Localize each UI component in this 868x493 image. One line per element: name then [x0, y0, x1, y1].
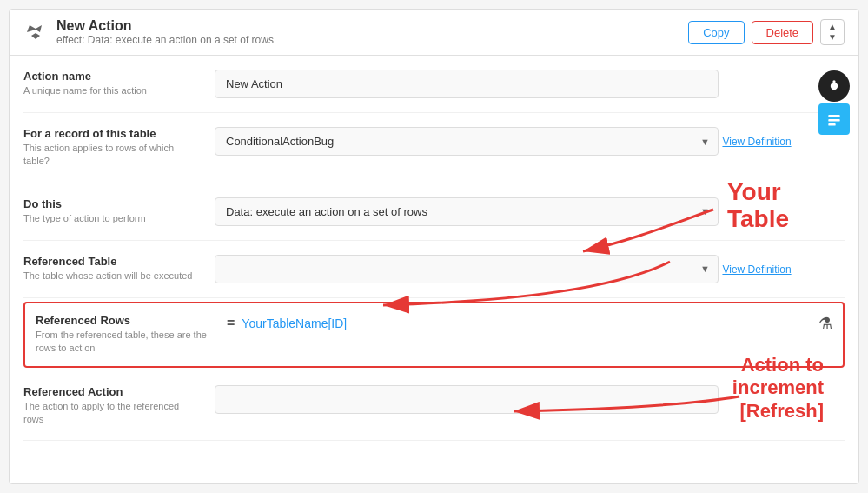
referenced-table-view-def-link[interactable]: View Definition — [722, 263, 791, 276]
referenced-action-row: Referenced Action The action to apply to… — [23, 371, 845, 442]
black-circle-icon — [818, 70, 850, 102]
delete-button[interactable]: Delete — [752, 21, 814, 44]
action-name-input-col — [215, 70, 845, 98]
do-this-select-wrapper: Data: execute an action on a set of rows… — [215, 197, 719, 226]
referenced-action-label-col: Referenced Action The action to apply to… — [23, 385, 215, 427]
svg-rect-3 — [828, 119, 839, 122]
referenced-action-input[interactable] — [215, 385, 719, 414]
equals-sign: = — [227, 316, 235, 331]
blue-square-icon — [818, 103, 850, 135]
do-this-input-col: Data: execute an action on a set of rows… — [215, 197, 845, 226]
formula-value[interactable]: YourTableName[ID] — [242, 316, 347, 330]
referenced-rows-input-col: = YourTableName[ID] ⚗ — [227, 314, 832, 333]
flask-icon: ⚗ — [818, 314, 832, 333]
copy-button[interactable]: Copy — [688, 21, 744, 44]
for-record-input-col: ConditionalActionBug ▼ View Definition — [215, 127, 845, 156]
referenced-table-label: Referenced Table — [23, 255, 201, 268]
page-subtitle: effect: Data: execute an action on a set… — [56, 34, 688, 46]
formula-row: = YourTableName[ID] ⚗ — [227, 314, 832, 333]
floating-icons — [818, 70, 850, 135]
header: New Action effect: Data: execute an acti… — [10, 10, 858, 56]
do-this-desc: The type of action to perform — [23, 212, 201, 225]
main-container: New Action effect: Data: execute an acti… — [9, 9, 859, 484]
content-area: Action name A unique name for this actio… — [10, 56, 858, 477]
page-title: New Action — [56, 18, 688, 34]
svg-point-1 — [832, 80, 835, 83]
action-name-desc: A unique name for this action — [23, 84, 201, 97]
up-arrow-icon: ▲ — [828, 23, 837, 31]
referenced-table-desc: The table whose action will be executed — [23, 270, 201, 283]
reorder-button[interactable]: ▲ ▼ — [820, 19, 845, 45]
for-record-row: For a record of this table This action a… — [23, 113, 845, 183]
referenced-table-label-col: Referenced Table The table whose action … — [23, 255, 215, 283]
referenced-rows-row: Referenced Rows From the referenced tabl… — [23, 302, 845, 368]
down-arrow-icon: ▼ — [828, 33, 837, 42]
do-this-label-col: Do this The type of action to perform — [23, 197, 215, 225]
for-record-label: For a record of this table — [23, 127, 201, 140]
referenced-table-select-wrapper: ▼ — [215, 255, 719, 283]
action-name-label-col: Action name A unique name for this actio… — [23, 70, 215, 97]
referenced-table-select[interactable] — [215, 255, 719, 283]
for-record-desc: This action applies to rows of which tab… — [23, 142, 201, 169]
referenced-action-label: Referenced Action — [23, 385, 201, 398]
for-record-select[interactable]: ConditionalActionBug — [215, 127, 719, 156]
referenced-action-input-col — [215, 385, 845, 414]
referenced-rows-label-col: Referenced Rows From the referenced tabl… — [36, 314, 227, 356]
do-this-label: Do this — [23, 197, 201, 210]
do-this-row: Do this The type of action to perform Da… — [23, 183, 845, 241]
referenced-action-desc: The action to apply to the referenced ro… — [23, 400, 201, 427]
for-record-label-col: For a record of this table This action a… — [23, 127, 215, 169]
do-this-select[interactable]: Data: execute an action on a set of rows — [215, 197, 719, 226]
header-actions: Copy Delete ▲ ▼ — [688, 19, 845, 45]
svg-rect-4 — [828, 123, 835, 126]
referenced-rows-label: Referenced Rows — [36, 314, 213, 327]
header-title-group: New Action effect: Data: execute an acti… — [56, 18, 688, 46]
referenced-table-row: Referenced Table The table whose action … — [23, 241, 845, 298]
action-name-label: Action name — [23, 70, 201, 83]
action-name-input[interactable] — [215, 70, 719, 98]
svg-rect-2 — [828, 115, 839, 117]
action-icon — [23, 20, 48, 44]
for-record-select-wrapper: ConditionalActionBug ▼ — [215, 127, 719, 156]
svg-point-0 — [831, 83, 838, 90]
action-name-row: Action name A unique name for this actio… — [23, 56, 845, 113]
for-record-view-def-link[interactable]: View Definition — [722, 136, 791, 148]
referenced-table-input-col: ▼ View Definition — [215, 255, 845, 283]
referenced-rows-desc: From the referenced table, these are the… — [36, 329, 213, 356]
